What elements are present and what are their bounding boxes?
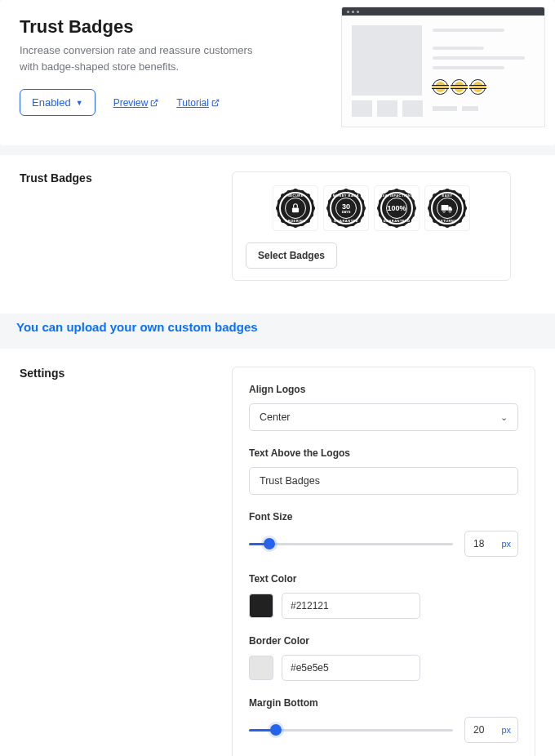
text-above-label: Text Above the Logos — [249, 447, 518, 459]
tutorial-label: Tutorial — [176, 97, 209, 109]
align-logos-field: Align Logos Center ⌄ — [249, 384, 518, 431]
align-logos-label: Align Logos — [249, 384, 518, 395]
font-size-value: 18 — [465, 531, 498, 556]
badge-item[interactable]: SECUREORDERING — [273, 185, 318, 231]
preview-link[interactable]: Preview — [113, 97, 159, 109]
select-badges-button[interactable]: Select Badges — [246, 242, 337, 269]
border-color-swatch[interactable] — [249, 656, 273, 680]
settings-title: Settings — [20, 367, 207, 756]
page-title: Trust Badges — [20, 16, 325, 38]
mockup-image-placeholder — [352, 25, 422, 96]
margin-bottom-value: 20 — [465, 718, 498, 742]
settings-section: Settings Align Logos Center ⌄ Text Above… — [0, 349, 555, 756]
enabled-dropdown-button[interactable]: Enabled ▼ — [20, 89, 95, 116]
caret-down-icon: ▼ — [76, 99, 83, 107]
align-logos-value: Center — [260, 411, 291, 423]
font-size-unit: px — [498, 532, 517, 555]
margin-bottom-unit: px — [498, 718, 517, 741]
preview-mockup — [341, 7, 545, 127]
text-color-input[interactable] — [282, 593, 420, 619]
font-size-value-box[interactable]: 18 px — [464, 531, 518, 557]
enabled-label: Enabled — [32, 96, 71, 109]
external-link-icon — [150, 99, 158, 107]
page-description: Increase conversion rate and reassure cu… — [20, 42, 273, 74]
margin-bottom-field: Margin Bottom 20 px — [249, 697, 518, 743]
header-card: Trust Badges Increase conversion rate an… — [0, 0, 555, 145]
chevron-down-icon: ⌄ — [500, 412, 508, 423]
text-above-input[interactable] — [249, 467, 518, 495]
mockup-badges-row — [433, 79, 535, 95]
align-logos-select[interactable]: Center ⌄ — [249, 403, 518, 431]
header-actions: Enabled ▼ Preview Tutorial — [20, 89, 325, 116]
font-size-slider[interactable] — [249, 534, 453, 554]
badge-item[interactable]: EASYRETURNS — [424, 185, 470, 231]
trust-badges-section: Trust Badges SECUREORDERINGMONEY BACK30D… — [0, 155, 555, 314]
badge-selection-box: SECUREORDERINGMONEY BACK30DAYSGUARANTEES… — [232, 171, 511, 281]
svg-point-5 — [449, 211, 451, 213]
font-size-label: Font Size — [249, 511, 518, 523]
svg-point-4 — [443, 211, 446, 213]
annotation-text: You can upload your own custom badges — [16, 314, 555, 334]
text-color-field: Text Color — [249, 573, 518, 619]
text-above-field: Text Above the Logos — [249, 447, 518, 495]
preview-label: Preview — [113, 97, 149, 109]
svg-rect-3 — [442, 205, 449, 211]
margin-bottom-label: Margin Bottom — [249, 697, 518, 709]
text-color-label: Text Color — [249, 573, 518, 585]
header-info: Trust Badges Increase conversion rate an… — [20, 16, 325, 127]
badge-item[interactable]: SATISFACTION100%GUARANTEED — [374, 185, 420, 231]
text-color-swatch[interactable] — [249, 594, 273, 618]
external-link-icon — [211, 99, 220, 107]
badge-item[interactable]: MONEY BACK30DAYSGUARANTEE — [323, 185, 369, 231]
mockup-titlebar — [342, 7, 544, 16]
border-color-field: Border Color — [249, 635, 518, 681]
margin-bottom-value-box[interactable]: 20 px — [464, 717, 518, 743]
svg-line-0 — [153, 100, 158, 104]
margin-bottom-slider[interactable] — [249, 720, 453, 740]
font-size-field: Font Size 18 px — [249, 511, 518, 557]
section-title: Trust Badges — [20, 171, 207, 281]
svg-line-1 — [215, 100, 219, 104]
border-color-input[interactable] — [282, 655, 420, 681]
settings-panel: Align Logos Center ⌄ Text Above the Logo… — [232, 367, 535, 756]
svg-rect-2 — [292, 207, 299, 212]
badge-row: SECUREORDERINGMONEY BACK30DAYSGUARANTEES… — [246, 185, 497, 231]
tutorial-link[interactable]: Tutorial — [176, 97, 220, 109]
border-color-label: Border Color — [249, 635, 518, 647]
